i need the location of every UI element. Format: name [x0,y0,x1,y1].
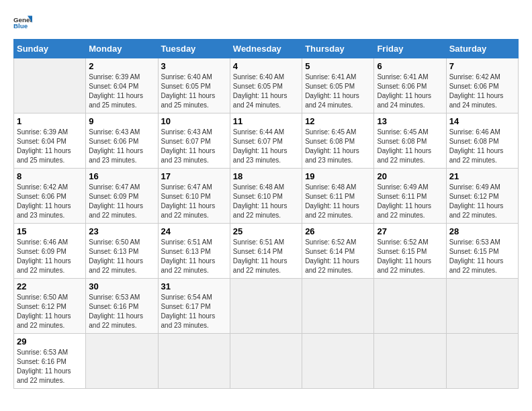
day-number: 2 [89,61,154,71]
day-info: Sunrise: 6:41 AMSunset: 6:05 PMDaylight:… [305,73,359,109]
day-number: 1 [17,116,83,126]
calendar-cell: 27Sunrise: 6:52 AMSunset: 6:15 PMDayligh… [374,224,446,279]
calendar-week-row: 22Sunrise: 6:50 AMSunset: 6:12 PMDayligh… [14,279,519,334]
calendar-cell [158,334,230,389]
calendar-cell [374,334,446,389]
calendar-header-monday: Monday [86,40,158,58]
day-info: Sunrise: 6:47 AMSunset: 6:09 PMDaylight:… [89,183,143,219]
day-info: Sunrise: 6:53 AMSunset: 6:16 PMDaylight:… [17,349,71,384]
calendar-cell [302,279,374,334]
calendar-cell: 6Sunrise: 6:41 AMSunset: 6:06 PMDaylight… [374,58,446,113]
day-number: 9 [89,116,154,126]
day-info: Sunrise: 6:44 AMSunset: 6:07 PMDaylight:… [233,128,287,164]
day-number: 17 [161,171,227,181]
day-info: Sunrise: 6:52 AMSunset: 6:14 PMDaylight:… [305,238,359,274]
calendar-cell: 15Sunrise: 6:46 AMSunset: 6:09 PMDayligh… [14,224,86,279]
calendar-cell [446,279,518,334]
calendar-cell: 4Sunrise: 6:40 AMSunset: 6:05 PMDaylight… [230,58,302,113]
day-number: 26 [305,226,371,236]
calendar-header-friday: Friday [374,40,446,58]
day-info: Sunrise: 6:49 AMSunset: 6:12 PMDaylight:… [449,183,504,219]
day-info: Sunrise: 6:54 AMSunset: 6:17 PMDaylight:… [161,293,216,329]
day-number: 18 [233,171,299,181]
calendar-cell: 9Sunrise: 6:43 AMSunset: 6:06 PMDaylight… [86,113,158,169]
calendar-header-thursday: Thursday [302,40,374,58]
day-number: 30 [89,281,154,291]
svg-text:Blue: Blue [13,22,28,30]
calendar-cell: 21Sunrise: 6:49 AMSunset: 6:12 PMDayligh… [446,169,518,224]
day-info: Sunrise: 6:51 AMSunset: 6:14 PMDaylight:… [233,238,287,274]
calendar-cell: 1Sunrise: 6:39 AMSunset: 6:04 PMDaylight… [14,113,86,169]
calendar-cell: 14Sunrise: 6:46 AMSunset: 6:08 PMDayligh… [446,113,518,169]
day-number: 11 [233,116,299,126]
day-info: Sunrise: 6:51 AMSunset: 6:13 PMDaylight:… [161,238,216,274]
day-info: Sunrise: 6:45 AMSunset: 6:08 PMDaylight:… [305,128,359,164]
calendar-week-row: 15Sunrise: 6:46 AMSunset: 6:09 PMDayligh… [14,224,519,279]
calendar-cell: 24Sunrise: 6:51 AMSunset: 6:13 PMDayligh… [158,224,230,279]
logo-icon: General Blue [13,13,32,32]
calendar-cell: 11Sunrise: 6:44 AMSunset: 6:07 PMDayligh… [230,113,302,169]
day-info: Sunrise: 6:48 AMSunset: 6:10 PMDaylight:… [233,183,287,219]
calendar-cell [230,334,302,389]
day-info: Sunrise: 6:47 AMSunset: 6:10 PMDaylight:… [161,183,216,219]
day-info: Sunrise: 6:39 AMSunset: 6:04 PMDaylight:… [17,128,71,164]
day-number: 29 [17,336,83,347]
calendar-cell [230,279,302,334]
day-number: 22 [17,281,83,291]
calendar-cell: 18Sunrise: 6:48 AMSunset: 6:10 PMDayligh… [230,169,302,224]
calendar-cell: 29Sunrise: 6:53 AMSunset: 6:16 PMDayligh… [14,334,86,389]
calendar-cell [374,279,446,334]
calendar-week-row: 2Sunrise: 6:39 AMSunset: 6:04 PMDaylight… [14,58,519,113]
calendar-cell [302,334,374,389]
day-info: Sunrise: 6:46 AMSunset: 6:08 PMDaylight:… [449,128,504,164]
calendar-cell: 13Sunrise: 6:45 AMSunset: 6:08 PMDayligh… [374,113,446,169]
day-number: 19 [305,171,371,181]
day-number: 27 [377,226,443,236]
calendar-header-row: SundayMondayTuesdayWednesdayThursdayFrid… [14,40,519,58]
day-info: Sunrise: 6:41 AMSunset: 6:06 PMDaylight:… [377,73,431,109]
page-header: General Blue [13,13,519,32]
calendar-week-row: 29Sunrise: 6:53 AMSunset: 6:16 PMDayligh… [14,334,519,389]
day-number: 24 [161,226,227,236]
day-number: 23 [89,226,154,236]
calendar-cell: 28Sunrise: 6:53 AMSunset: 6:15 PMDayligh… [446,224,518,279]
calendar-cell: 7Sunrise: 6:42 AMSunset: 6:06 PMDaylight… [446,58,518,113]
calendar-cell: 12Sunrise: 6:45 AMSunset: 6:08 PMDayligh… [302,113,374,169]
day-number: 20 [377,171,443,181]
calendar-cell: 25Sunrise: 6:51 AMSunset: 6:14 PMDayligh… [230,224,302,279]
calendar-header-tuesday: Tuesday [158,40,230,58]
day-info: Sunrise: 6:53 AMSunset: 6:15 PMDaylight:… [449,238,504,274]
day-info: Sunrise: 6:49 AMSunset: 6:11 PMDaylight:… [377,183,431,219]
day-info: Sunrise: 6:39 AMSunset: 6:04 PMDaylight:… [89,73,143,109]
day-info: Sunrise: 6:40 AMSunset: 6:05 PMDaylight:… [161,73,216,109]
calendar-cell [86,334,158,389]
day-number: 7 [449,61,515,71]
day-number: 4 [233,61,299,71]
calendar-week-row: 8Sunrise: 6:42 AMSunset: 6:06 PMDaylight… [14,169,519,224]
day-number: 31 [161,281,227,291]
day-number: 3 [161,61,227,71]
day-number: 12 [305,116,371,126]
day-info: Sunrise: 6:43 AMSunset: 6:07 PMDaylight:… [161,128,216,164]
calendar-cell: 16Sunrise: 6:47 AMSunset: 6:09 PMDayligh… [86,169,158,224]
calendar-cell: 2Sunrise: 6:39 AMSunset: 6:04 PMDaylight… [86,58,158,113]
calendar-cell: 22Sunrise: 6:50 AMSunset: 6:12 PMDayligh… [14,279,86,334]
calendar-cell: 30Sunrise: 6:53 AMSunset: 6:16 PMDayligh… [86,279,158,334]
day-number: 15 [17,226,83,236]
calendar-cell: 8Sunrise: 6:42 AMSunset: 6:06 PMDaylight… [14,169,86,224]
calendar-cell: 23Sunrise: 6:50 AMSunset: 6:13 PMDayligh… [86,224,158,279]
calendar-cell: 17Sunrise: 6:47 AMSunset: 6:10 PMDayligh… [158,169,230,224]
day-number: 21 [449,171,515,181]
calendar-cell: 20Sunrise: 6:49 AMSunset: 6:11 PMDayligh… [374,169,446,224]
day-info: Sunrise: 6:40 AMSunset: 6:05 PMDaylight:… [233,73,287,109]
day-number: 6 [377,61,443,71]
calendar-header-sunday: Sunday [14,40,86,58]
day-info: Sunrise: 6:43 AMSunset: 6:06 PMDaylight:… [89,128,143,164]
calendar-table: SundayMondayTuesdayWednesdayThursdayFrid… [13,39,519,389]
calendar-header-wednesday: Wednesday [230,40,302,58]
day-number: 25 [233,226,299,236]
day-info: Sunrise: 6:50 AMSunset: 6:13 PMDaylight:… [89,238,143,274]
day-info: Sunrise: 6:45 AMSunset: 6:08 PMDaylight:… [377,128,431,164]
day-info: Sunrise: 6:46 AMSunset: 6:09 PMDaylight:… [17,238,71,274]
day-number: 28 [449,226,515,236]
